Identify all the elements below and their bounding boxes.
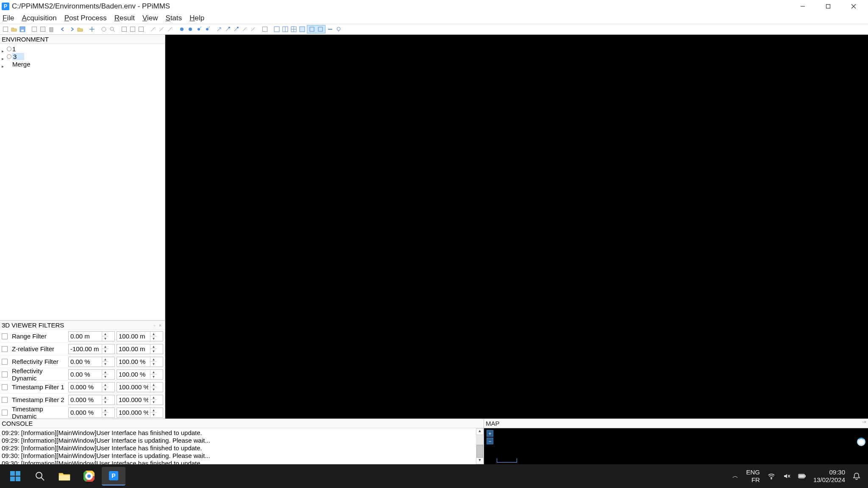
spin-down-icon[interactable]: ▼ [102, 413, 108, 417]
panel-close-icon[interactable]: × [864, 420, 866, 427]
spin-up-icon[interactable]: ▲ [102, 344, 108, 349]
filter-min-input[interactable] [69, 371, 102, 378]
filter-checkbox[interactable] [2, 372, 8, 377]
expander-icon[interactable] [2, 62, 6, 66]
menu-view[interactable]: View [141, 13, 160, 23]
toolbar-view-toggle[interactable] [307, 25, 326, 33]
scroll-up-icon[interactable]: ▲ [476, 428, 484, 435]
spin-down-icon[interactable]: ▼ [150, 362, 157, 366]
scroll-track[interactable] [476, 435, 484, 458]
filter-max-spinner[interactable]: ▲▼ [117, 344, 163, 354]
filter-max-input[interactable] [117, 371, 150, 378]
map-view[interactable]: + − [484, 428, 868, 464]
spin-down-icon[interactable]: ▼ [150, 374, 157, 379]
volume-muted-icon[interactable] [783, 472, 790, 480]
filter-min-input[interactable] [69, 409, 102, 416]
spin-up-icon[interactable]: ▲ [102, 332, 108, 336]
filter-checkbox[interactable] [2, 359, 8, 365]
toolbar-arrow1-icon[interactable] [215, 25, 223, 33]
filter-max-spinner[interactable]: ▲▼ [117, 369, 163, 380]
toolbar-point4-icon[interactable] [203, 25, 211, 33]
clock[interactable]: 09:30 13/02/2024 [813, 469, 845, 484]
menu-result[interactable]: Result [113, 13, 136, 23]
tray-overflow-button[interactable]: ︿ [732, 472, 738, 480]
spin-up-icon[interactable]: ▲ [102, 408, 108, 413]
toolbar-arrow2-icon[interactable] [224, 25, 231, 33]
filter-max-input[interactable] [117, 409, 150, 416]
toolbar-crop-icon[interactable] [129, 25, 136, 33]
filter-min-input[interactable] [69, 345, 102, 352]
filter-max-spinner[interactable]: ▲▼ [117, 408, 163, 418]
toolbar-arrow4-icon[interactable] [241, 25, 248, 33]
language-indicator[interactable]: ENG FR [746, 469, 760, 484]
filter-checkbox[interactable] [2, 384, 8, 390]
toolbar-grid1-icon[interactable] [273, 25, 281, 33]
toolbar-zoom-icon[interactable] [108, 25, 116, 33]
spin-up-icon[interactable]: ▲ [150, 370, 157, 374]
filter-max-input[interactable] [117, 333, 150, 340]
filter-min-spinner[interactable]: ▲▼ [68, 344, 115, 354]
filter-max-input[interactable] [117, 345, 150, 352]
spin-up-icon[interactable]: ▲ [102, 357, 108, 362]
toolbar-delete-icon[interactable] [47, 25, 55, 33]
filter-max-input[interactable] [117, 383, 150, 391]
filter-max-input[interactable] [117, 358, 150, 365]
spin-down-icon[interactable]: ▼ [150, 413, 157, 417]
toolbar-point1-icon[interactable] [178, 25, 186, 33]
close-button[interactable] [841, 0, 866, 13]
spin-down-icon[interactable]: ▼ [102, 349, 108, 354]
menu-stats[interactable]: Stats [164, 13, 184, 23]
filter-max-input[interactable] [117, 396, 150, 403]
scroll-down-icon[interactable]: ▼ [476, 458, 484, 464]
expander-icon[interactable] [2, 54, 6, 58]
spin-up-icon[interactable]: ▲ [150, 357, 157, 362]
filter-max-spinner[interactable]: ▲▼ [117, 331, 163, 341]
maximize-button[interactable] [815, 0, 841, 13]
spin-up-icon[interactable]: ▲ [102, 383, 108, 387]
toolbar-save-icon[interactable] [19, 25, 26, 33]
filter-max-spinner[interactable]: ▲▼ [117, 395, 163, 405]
toolbar-grid2-icon[interactable] [281, 25, 289, 33]
map-zoom-in-button[interactable]: + [487, 430, 493, 437]
spin-up-icon[interactable]: ▲ [150, 408, 157, 413]
filter-min-input[interactable] [69, 383, 102, 391]
filter-min-input[interactable] [69, 358, 102, 365]
spin-down-icon[interactable]: ▼ [150, 400, 157, 405]
map-zoom-out-button[interactable]: − [487, 438, 493, 444]
start-button[interactable] [3, 467, 27, 485]
toolbar-rotate-icon[interactable] [100, 25, 108, 33]
toolbar-pen-icon[interactable] [166, 25, 174, 33]
minimize-button[interactable] [790, 0, 815, 13]
file-explorer-button[interactable] [53, 467, 76, 485]
environment-tree[interactable]: 1 3 Merge [0, 44, 165, 320]
toolbar-ortho-icon[interactable] [317, 25, 324, 33]
toolbar-copy-icon[interactable] [31, 25, 38, 33]
filter-checkbox[interactable] [2, 333, 8, 339]
toolbar-lasso-icon[interactable] [137, 25, 145, 33]
spin-down-icon[interactable]: ▼ [102, 400, 108, 405]
filter-min-spinner[interactable]: ▲▼ [68, 395, 115, 405]
wifi-icon[interactable] [768, 472, 775, 480]
toolbar-undo-icon[interactable] [59, 25, 67, 33]
spin-down-icon[interactable]: ▼ [150, 387, 157, 392]
battery-icon[interactable] [798, 472, 806, 480]
toolbar-grid4-icon[interactable] [298, 25, 306, 33]
toolbar-bulb-icon[interactable] [335, 25, 342, 33]
spin-up-icon[interactable]: ▲ [150, 344, 157, 349]
3d-viewer[interactable] [165, 35, 868, 419]
toolbar-new-icon[interactable] [2, 25, 9, 33]
toolbar-redo-icon[interactable] [68, 25, 75, 33]
toolbar-point3-icon[interactable] [195, 25, 203, 33]
radio-icon[interactable] [7, 54, 11, 59]
scroll-thumb[interactable] [476, 445, 483, 458]
toolbar-folder-icon[interactable] [76, 25, 84, 33]
toolbar-paste-icon[interactable] [39, 25, 47, 33]
toolbar-doc-icon[interactable] [261, 25, 269, 33]
toolbar-select-icon[interactable] [120, 25, 128, 33]
search-button[interactable] [28, 467, 52, 485]
spin-up-icon[interactable]: ▲ [150, 395, 157, 400]
filter-min-input[interactable] [69, 333, 102, 340]
chrome-button[interactable] [77, 467, 101, 485]
filter-checkbox[interactable] [2, 397, 8, 403]
toolbar-arrow3-icon[interactable] [232, 25, 240, 33]
